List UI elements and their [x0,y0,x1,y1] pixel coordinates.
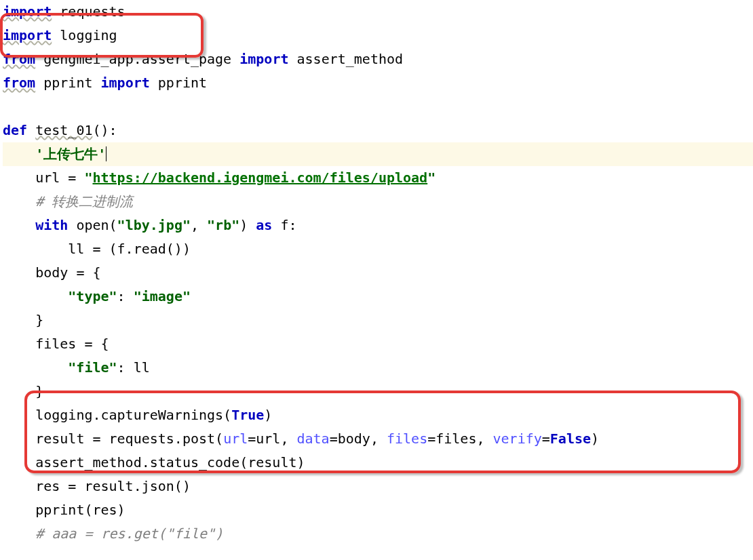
blank-line [3,95,753,119]
bool-true: True [231,407,264,423]
parentheses: (): [92,122,117,138]
code-line: result = requests.post(url=url, data=bod… [3,427,753,451]
body-assign: body = { [35,264,100,281]
code-line: import logging [3,24,753,47]
docstring: '上传七牛' [35,146,106,162]
read-expression: ll = (f.read()) [68,241,191,257]
module-logging: logging [60,27,117,43]
bool-false: False [550,431,591,447]
url-string: https://backend.igengmei.com/files/uploa… [92,169,427,186]
code-line: def test_01(): [3,119,753,142]
dict-value-image: "image" [134,288,191,304]
assignment: url = [35,169,84,186]
code-line: } [3,380,753,403]
close-brace: } [35,383,43,399]
code-line: files = { [3,332,753,356]
dict-key-type: "type" [68,288,117,304]
code-line: from gengmei_app.assert_page import asse… [3,47,753,71]
text-cursor [106,146,107,161]
comment: # aaa = res.get("file") [35,525,223,542]
keyword-def: def [3,122,27,138]
requests-post: result = requests.post( [35,431,223,447]
keyword-as: as [256,217,272,233]
module-requests: requests [60,3,125,20]
keyword-from: from [3,75,35,91]
open-call: open( [68,217,117,233]
code-line: url = "https://backend.igengmei.com/file… [3,166,753,190]
assert-call: assert_method.status_code(result) [35,454,305,471]
code-editor[interactable]: import requests import logging from geng… [0,0,753,546]
keyword-from: from [3,51,35,67]
code-line: ll = (f.read()) [3,237,753,261]
keyword-import: import [101,75,150,91]
code-line: res = result.json() [3,475,753,498]
files-assign: files = { [35,336,109,352]
keyword-import: import [3,3,52,20]
dict-key-file: "file" [68,359,117,376]
keyword-import: import [3,27,52,43]
comment: # 转换二进制流 [35,193,133,209]
code-line: "type": "image" [3,285,753,308]
string-quote: " [427,169,436,186]
code-line-highlighted: '上传七牛' [3,142,753,166]
code-line: # 转换二进制流 [3,190,753,214]
code-line: assert_method.status_code(result) [3,451,753,475]
keyword-import: import [239,51,288,67]
module-pprint: pprint [43,75,92,91]
close-brace: } [35,312,43,328]
package-path: gengmei_app.assert_page [43,51,231,67]
pprint-call: pprint(res) [35,502,125,518]
param-data: data [297,431,330,447]
code-line: pprint(res) [3,498,753,522]
param-url: url [223,431,248,447]
code-line: # aaa = res.get("file") [3,522,753,546]
code-line: from pprint import pprint [3,71,753,95]
json-call: res = result.json() [35,478,191,494]
param-verify: verify [493,431,542,447]
module-pprint: pprint [158,75,207,91]
string-filename: "lby.jpg" [117,217,191,233]
string-quote: " [84,169,92,186]
code-line: "file": ll [3,356,753,380]
code-line: with open("lby.jpg", "rb") as f: [3,214,753,237]
keyword-with: with [35,217,68,233]
code-line: } [3,308,753,332]
string-mode: "rb" [207,217,239,233]
code-line: logging.captureWarnings(True) [3,403,753,427]
logging-call: logging.captureWarnings( [35,407,231,423]
function-name: test_01 [35,122,92,138]
module-assert-method: assert_method [297,51,404,67]
code-line: body = { [3,261,753,285]
param-files: files [387,431,427,447]
code-line: import requests [3,0,753,24]
